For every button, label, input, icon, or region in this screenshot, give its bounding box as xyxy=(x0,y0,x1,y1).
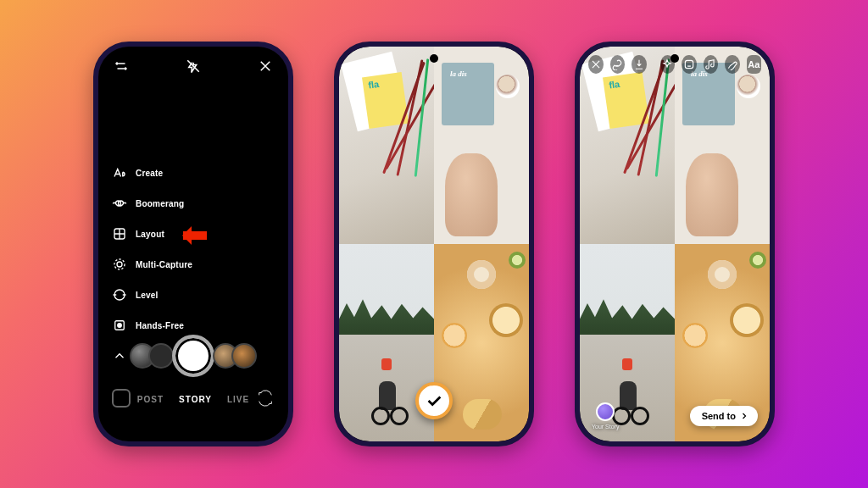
mode-hands-free[interactable]: Hands-Free xyxy=(112,318,192,333)
phone-step-2 xyxy=(334,42,534,446)
phone-step-1: Create Boomerang Layout Multi-Capture Le… xyxy=(93,42,293,446)
mode-create[interactable]: Create xyxy=(112,165,192,180)
mode-label: Create xyxy=(136,169,163,178)
svg-point-2 xyxy=(114,259,125,269)
your-story-button[interactable]: Your Story xyxy=(592,402,619,430)
camera-notch xyxy=(430,54,438,63)
record-icon xyxy=(112,318,127,333)
svg-point-5 xyxy=(118,324,122,328)
avatar xyxy=(596,402,615,421)
tab-live[interactable]: LIVE xyxy=(227,395,249,404)
mode-label: Hands-Free xyxy=(136,321,184,330)
text-aa-icon xyxy=(112,165,127,180)
sticker-icon[interactable] xyxy=(682,55,697,74)
multi-capture-icon xyxy=(112,257,127,272)
filter-carousel[interactable] xyxy=(98,335,288,377)
your-story-label: Your Story xyxy=(592,424,619,430)
switch-camera-icon[interactable] xyxy=(256,389,275,408)
music-icon[interactable] xyxy=(704,55,719,74)
mode-label: Layout xyxy=(136,230,164,239)
send-to-button[interactable]: Send to xyxy=(690,406,758,426)
draw-icon[interactable] xyxy=(725,55,740,74)
close-icon[interactable] xyxy=(258,58,273,74)
story-camera-screen: Create Boomerang Layout Multi-Capture Le… xyxy=(98,47,288,441)
filter-thumb[interactable] xyxy=(148,343,174,369)
collage-tile-2 xyxy=(675,47,770,244)
collage-tile-1 xyxy=(580,47,675,244)
phone-step-3: Aa Your Story Send to xyxy=(575,42,775,446)
level-icon xyxy=(112,287,127,302)
infinity-icon xyxy=(112,196,127,211)
mode-label: Level xyxy=(136,291,159,300)
mode-boomerang[interactable]: Boomerang xyxy=(112,196,192,211)
gallery-picker[interactable] xyxy=(112,389,131,408)
layout-grid-icon xyxy=(112,226,127,241)
close-icon[interactable] xyxy=(588,55,604,74)
confirm-layout-button[interactable] xyxy=(415,382,453,419)
download-icon[interactable] xyxy=(632,55,647,74)
story-edit-screen: Aa Your Story Send to xyxy=(580,47,770,441)
camera-notch xyxy=(670,54,679,63)
tab-story[interactable]: STORY xyxy=(179,395,212,404)
capture-mode-list: Create Boomerang Layout Multi-Capture Le… xyxy=(112,165,192,363)
filter-thumb[interactable] xyxy=(231,343,257,369)
back-swap-icon[interactable] xyxy=(114,58,129,74)
mode-label: Multi-Capture xyxy=(136,260,192,269)
tab-post[interactable]: POST xyxy=(137,395,164,404)
story-share-bar: Your Story Send to xyxy=(592,402,758,430)
camera-notch xyxy=(189,54,198,63)
tutorial-stage: Create Boomerang Layout Multi-Capture Le… xyxy=(0,0,868,488)
shutter-button[interactable] xyxy=(172,335,214,377)
svg-point-1 xyxy=(117,262,122,267)
collage-tile-1[interactable] xyxy=(339,47,434,244)
chevron-right-icon xyxy=(739,411,749,421)
link-icon[interactable] xyxy=(610,55,626,74)
layout-collage-screen xyxy=(339,47,529,441)
highlight-arrow xyxy=(175,228,207,243)
svg-rect-6 xyxy=(685,60,693,68)
text-aa-icon[interactable]: Aa xyxy=(747,55,762,74)
collage-tile-2[interactable] xyxy=(434,47,529,244)
collage-preview xyxy=(580,47,770,441)
mode-label: Boomerang xyxy=(136,199,184,208)
mode-level[interactable]: Level xyxy=(112,287,192,302)
mode-multi-capture[interactable]: Multi-Capture xyxy=(112,257,192,272)
send-to-label: Send to xyxy=(702,411,736,421)
